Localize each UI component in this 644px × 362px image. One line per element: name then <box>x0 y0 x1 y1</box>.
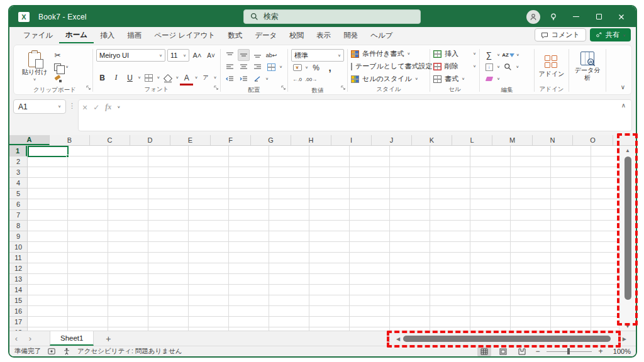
format-as-table-button[interactable]: テーブルとして書式設定 ∨ <box>351 62 426 71</box>
zoom-slider-thumb[interactable] <box>567 348 570 354</box>
column-header[interactable]: K <box>412 135 452 145</box>
chevron-down-icon[interactable]: ∨ <box>497 53 500 57</box>
row-header[interactable]: 11 <box>9 253 27 263</box>
column-header[interactable]: E <box>170 135 211 145</box>
merge-center-button[interactable] <box>265 61 277 73</box>
ribbon-tab[interactable]: 開発 <box>337 28 364 43</box>
row-header[interactable]: 17 <box>9 317 27 327</box>
conditional-formatting-button[interactable]: 条件付き書式 ∨ <box>351 49 426 58</box>
row-header[interactable]: 13 <box>9 274 27 285</box>
cut-button[interactable]: ✂ <box>52 49 64 61</box>
row-header[interactable]: 16 <box>9 306 27 317</box>
currency-format-button[interactable]: ¥ <box>291 62 303 74</box>
search-box[interactable]: 検索 <box>243 9 421 24</box>
increase-decimal-button[interactable]: ←.0 <box>291 74 303 85</box>
sheet-nav-right[interactable]: › <box>23 331 37 346</box>
italic-button[interactable]: I <box>110 72 122 84</box>
zoom-in-button[interactable]: + <box>597 347 604 356</box>
ribbon-tab[interactable]: データ <box>248 28 283 43</box>
column-header[interactable]: I <box>331 135 372 145</box>
column-header[interactable]: N <box>533 135 573 145</box>
comments-button[interactable]: コメント <box>535 28 586 41</box>
row-header[interactable]: 3 <box>9 167 27 178</box>
column-header[interactable]: F <box>211 135 251 145</box>
zoom-level[interactable]: 100% <box>609 348 631 355</box>
scroll-right-arrow[interactable]: ▶ <box>621 336 628 342</box>
ribbon-tab[interactable]: ファイル <box>17 28 59 43</box>
decrease-indent-button[interactable] <box>224 73 236 85</box>
ribbon-tab[interactable]: ホーム <box>59 27 94 43</box>
column-header[interactable]: J <box>372 135 412 145</box>
chevron-down-icon[interactable]: ∨ <box>175 76 179 80</box>
page-layout-view-button[interactable] <box>496 347 510 356</box>
align-left-button[interactable] <box>224 61 236 73</box>
enter-entry-button[interactable]: ✓ <box>93 102 99 112</box>
chevron-down-icon[interactable]: ∨ <box>305 66 308 70</box>
bold-button[interactable]: B <box>96 72 108 84</box>
chevron-down-icon[interactable]: ∨ <box>138 76 141 80</box>
row-header[interactable]: 6 <box>9 199 27 210</box>
maximize-button[interactable] <box>589 9 608 25</box>
column-header[interactable]: O <box>573 135 613 145</box>
increase-font-button[interactable]: A˄ <box>191 50 203 62</box>
ribbon-tab[interactable]: ページ レイアウト <box>148 28 221 43</box>
chevron-down-icon[interactable]: ∨ <box>214 76 217 80</box>
format-painter-button[interactable] <box>52 73 64 85</box>
zoom-out-button[interactable]: − <box>534 347 541 356</box>
row-header[interactable]: 2 <box>9 156 27 167</box>
ribbon-tab[interactable]: 描画 <box>121 28 148 43</box>
column-header[interactable]: A <box>9 135 50 145</box>
row-header[interactable]: 1 <box>9 146 27 156</box>
cells-area[interactable] <box>28 146 619 331</box>
number-dialog-launcher[interactable] <box>341 82 346 93</box>
chevron-down-icon[interactable]: ∨ <box>497 77 500 81</box>
macro-record-button[interactable] <box>47 348 56 355</box>
fill-handle[interactable] <box>66 155 69 158</box>
format-cells-button[interactable]: 書式 ∨ <box>433 74 476 84</box>
column-header[interactable]: G <box>251 135 291 145</box>
chevron-down-icon[interactable]: ∨ <box>516 53 519 57</box>
copy-button[interactable] <box>52 61 64 73</box>
ribbon-tab[interactable]: 表示 <box>310 28 337 43</box>
chevron-down-icon[interactable]: ∨ <box>279 65 282 69</box>
column-header[interactable]: D <box>130 135 170 145</box>
row-header[interactable]: 7 <box>9 210 27 221</box>
ribbon-tab[interactable]: 挿入 <box>94 28 121 43</box>
chevron-down-icon[interactable]: ∨ <box>157 76 160 80</box>
accessibility-status[interactable]: アクセシビリティ: 問題ありません <box>77 347 182 356</box>
normal-view-button[interactable] <box>477 347 491 356</box>
align-middle-button[interactable] <box>238 49 250 61</box>
addins-button[interactable]: アドイン <box>538 54 565 79</box>
orientation-button[interactable] <box>252 73 264 85</box>
account-avatar[interactable] <box>526 10 540 24</box>
phonetic-guide-button[interactable]: ア <box>200 72 212 84</box>
cancel-entry-button[interactable]: × <box>82 102 87 112</box>
insert-function-button[interactable]: fx <box>105 102 111 112</box>
align-bottom-button[interactable] <box>252 49 264 61</box>
align-center-button[interactable] <box>238 61 250 73</box>
data-analysis-button[interactable]: データ分析 <box>572 50 602 82</box>
chevron-down-icon[interactable]: ∨ <box>65 65 69 69</box>
cell-styles-button[interactable]: セルのスタイル ∨ <box>351 74 426 84</box>
sort-filter-button[interactable]: AZ <box>502 49 514 61</box>
borders-button[interactable] <box>143 72 155 84</box>
row-header[interactable]: 14 <box>9 285 27 295</box>
row-header[interactable]: 5 <box>9 189 27 199</box>
share-button[interactable]: 共有 ∨ <box>590 28 631 41</box>
percent-style-button[interactable]: % <box>310 62 322 74</box>
font-name-combo[interactable]: Meiryo UI ∨ <box>96 49 165 62</box>
row-header[interactable]: 9 <box>9 231 27 242</box>
clear-button[interactable] <box>483 73 495 85</box>
row-header[interactable]: 12 <box>9 263 27 274</box>
chevron-down-icon[interactable]: ∨ <box>117 106 120 109</box>
column-header[interactable]: M <box>492 135 533 145</box>
selected-cell-a1[interactable] <box>28 146 69 157</box>
chevron-down-icon[interactable]: ∨ <box>516 65 519 69</box>
ribbon-tab[interactable]: 数式 <box>221 28 248 43</box>
minimize-button[interactable] <box>567 9 586 25</box>
row-header[interactable]: 10 <box>9 242 27 253</box>
number-format-combo[interactable]: 標準 ∨ <box>291 49 344 62</box>
collapse-formula-bar-chevron[interactable]: ∧ <box>621 102 626 109</box>
sheet-nav-left[interactable]: ‹ <box>9 331 23 346</box>
tell-me-lightbulb-button[interactable] <box>544 9 563 25</box>
